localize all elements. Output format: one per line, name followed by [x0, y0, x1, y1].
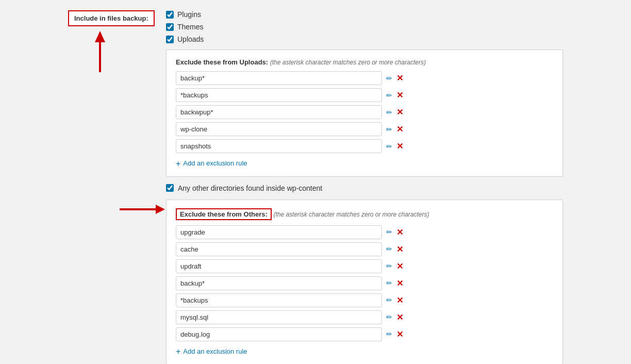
- arrow-right-indicator: [120, 205, 165, 214]
- themes-checkbox[interactable]: [166, 23, 174, 31]
- uploads-delete-icon-4[interactable]: ✕: [396, 141, 403, 151]
- others-exclusion-input-3[interactable]: [176, 276, 382, 290]
- others-section: Exclude these from Others: (the asterisk…: [166, 200, 563, 364]
- others-delete-icon-2[interactable]: ✕: [396, 261, 403, 271]
- uploads-exclusion-row: ✏ ✕: [176, 105, 553, 119]
- others-edit-icon-5[interactable]: ✏: [386, 313, 392, 321]
- uploads-delete-icon-0[interactable]: ✕: [396, 73, 403, 83]
- others-edit-icon-6[interactable]: ✏: [386, 330, 392, 338]
- uploads-delete-icon-1[interactable]: ✕: [396, 90, 403, 100]
- uploads-exclusion-input-1[interactable]: [176, 88, 382, 102]
- uploads-exclusion-input-2[interactable]: [176, 105, 382, 119]
- uploads-exclusion-rows: ✏ ✕ ✏ ✕ ✏ ✕ ✏ ✕ ✏ ✕: [176, 71, 553, 153]
- themes-checkbox-item[interactable]: Themes: [166, 23, 563, 31]
- uploads-delete-icon-3[interactable]: ✕: [396, 124, 403, 134]
- main-container: Include in files backup: Plugins Themes …: [68, 10, 563, 364]
- uploads-edit-icon-3[interactable]: ✏: [386, 125, 392, 134]
- others-exclusion-input-5[interactable]: [176, 310, 382, 324]
- include-label-text: Include in files backup:: [74, 14, 148, 22]
- others-edit-icon-4[interactable]: ✏: [386, 296, 392, 304]
- others-add-rule-link[interactable]: + Add an exclusion rule: [176, 348, 247, 356]
- others-delete-icon-6[interactable]: ✕: [396, 329, 403, 339]
- other-dirs-checkbox[interactable]: [166, 184, 174, 192]
- others-edit-icon-3[interactable]: ✏: [386, 279, 392, 287]
- other-dirs-row: Any other directories found inside wp-co…: [166, 184, 563, 192]
- uploads-add-rule-label: Add an exclusion rule: [183, 159, 247, 167]
- uploads-exclusion-box: Exclude these from Uploads: (the asteris…: [166, 49, 563, 177]
- others-edit-icon-2[interactable]: ✏: [386, 262, 392, 270]
- others-exclusion-box: Exclude these from Others: (the asterisk…: [166, 200, 563, 364]
- uploads-exclusion-row: ✏ ✕: [176, 88, 553, 102]
- arrow-right-line: [120, 208, 156, 210]
- others-add-rule-label: Add an exclusion rule: [183, 348, 247, 355]
- uploads-label: Uploads: [177, 35, 204, 43]
- uploads-edit-icon-0[interactable]: ✏: [386, 74, 392, 82]
- others-exclusion-row: ✏ ✕: [176, 259, 553, 273]
- others-delete-icon-1[interactable]: ✕: [396, 244, 403, 254]
- uploads-edit-icon-1[interactable]: ✏: [386, 91, 392, 100]
- others-exclusion-row: ✏ ✕: [176, 327, 553, 341]
- uploads-edit-icon-4[interactable]: ✏: [386, 142, 392, 151]
- right-panel: Plugins Themes Uploads Exclude these fro…: [166, 10, 563, 364]
- others-exclusion-row: ✏ ✕: [176, 293, 553, 307]
- others-exclusion-input-6[interactable]: [176, 327, 382, 341]
- plugins-label: Plugins: [177, 10, 201, 19]
- arrow-right-head: [156, 205, 165, 214]
- uploads-edit-icon-2[interactable]: ✏: [386, 108, 392, 117]
- uploads-exclusion-input-3[interactable]: [176, 122, 382, 136]
- others-edit-icon-0[interactable]: ✏: [386, 228, 392, 236]
- others-exclusion-input-0[interactable]: [176, 225, 382, 239]
- others-exclusion-row: ✏ ✕: [176, 225, 553, 239]
- themes-label: Themes: [177, 23, 204, 31]
- include-checkboxes: Plugins Themes Uploads: [166, 10, 563, 43]
- others-plus-icon: +: [176, 347, 180, 356]
- others-exclusion-row: ✏ ✕: [176, 310, 553, 324]
- others-delete-icon-5[interactable]: ✕: [396, 312, 403, 322]
- others-title-text: Exclude these from Others:: [176, 208, 272, 220]
- uploads-checkbox[interactable]: [166, 36, 174, 43]
- uploads-exclusion-row: ✏ ✕: [176, 71, 553, 85]
- uploads-exclusion-row: ✏ ✕: [176, 122, 553, 136]
- others-exclusion-rows: ✏ ✕ ✏ ✕ ✏ ✕ ✏ ✕ ✏ ✕ ✏ ✕ ✏ ✕: [176, 225, 553, 341]
- uploads-checkbox-item[interactable]: Uploads: [166, 35, 563, 43]
- others-exclusion-input-4[interactable]: [176, 293, 382, 307]
- others-exclusion-input-2[interactable]: [176, 259, 382, 273]
- uploads-section-title: Exclude these from Uploads: (the asteris…: [176, 58, 553, 66]
- uploads-title-note: (the asterisk character matches zero or …: [270, 59, 426, 66]
- others-exclusion-row: ✏ ✕: [176, 242, 553, 256]
- others-delete-icon-4[interactable]: ✕: [396, 295, 403, 305]
- uploads-exclusion-input-0[interactable]: [176, 71, 382, 85]
- others-section-title: Exclude these from Others: (the asterisk…: [176, 208, 553, 220]
- left-panel: Include in files backup:: [68, 10, 151, 364]
- uploads-exclusion-input-4[interactable]: [176, 139, 382, 153]
- others-exclusion-input-1[interactable]: [176, 242, 382, 256]
- others-delete-icon-0[interactable]: ✕: [396, 227, 403, 237]
- others-edit-icon-1[interactable]: ✏: [386, 245, 392, 253]
- uploads-title-text: Exclude these from Uploads:: [176, 58, 268, 66]
- uploads-plus-icon: +: [176, 159, 180, 168]
- uploads-exclusion-row: ✏ ✕: [176, 139, 553, 153]
- uploads-delete-icon-2[interactable]: ✕: [396, 107, 403, 117]
- others-delete-icon-3[interactable]: ✕: [396, 278, 403, 288]
- other-dirs-label: Any other directories found inside wp-co…: [178, 184, 322, 192]
- arrow-right-shape: [120, 205, 165, 214]
- others-exclusion-row: ✏ ✕: [176, 276, 553, 290]
- plugins-checkbox-item[interactable]: Plugins: [166, 10, 563, 19]
- others-title-note: (the asterisk character matches zero or …: [273, 211, 429, 218]
- uploads-add-rule-link[interactable]: + Add an exclusion rule: [176, 159, 247, 168]
- plugins-checkbox[interactable]: [166, 11, 174, 19]
- include-label-box: Include in files backup:: [68, 10, 155, 26]
